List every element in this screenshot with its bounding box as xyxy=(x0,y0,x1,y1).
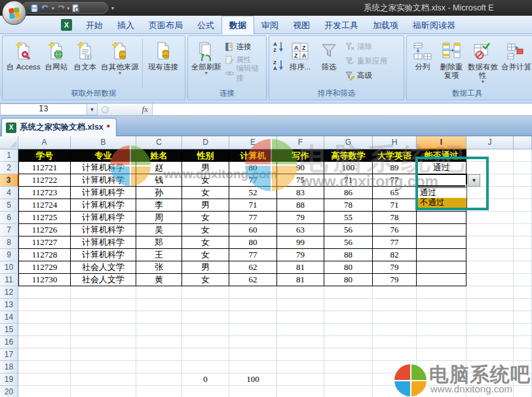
cell-E6[interactable]: 77 xyxy=(229,212,277,224)
cell-A3[interactable]: 112722 xyxy=(18,174,71,187)
cell-F1[interactable]: 写作 xyxy=(277,149,324,162)
row-header-1[interactable]: 1 xyxy=(0,149,18,162)
cell-A13[interactable] xyxy=(18,299,71,311)
from-text-button[interactable]: 自文本 xyxy=(71,37,100,71)
cell-D2[interactable]: 男 xyxy=(182,162,229,174)
cell-J8[interactable] xyxy=(466,236,514,249)
cell-B2[interactable]: 计算机科学 xyxy=(71,162,136,174)
cell-B8[interactable]: 计算机科学 xyxy=(71,236,136,249)
cell-G15[interactable] xyxy=(324,324,373,336)
cell-G19[interactable] xyxy=(324,373,373,386)
cell-H17[interactable] xyxy=(373,349,417,361)
cell-F13[interactable] xyxy=(277,299,324,311)
cell-C16[interactable] xyxy=(136,336,182,349)
cell-F10[interactable]: 81 xyxy=(277,261,324,274)
tab-公式[interactable]: 公式 xyxy=(190,16,221,34)
cell-H18[interactable] xyxy=(373,361,417,373)
cell-H5[interactable]: 71 xyxy=(373,199,417,212)
cell-H12[interactable] xyxy=(373,286,417,299)
cell-A9[interactable]: 112728 xyxy=(18,249,71,261)
cell-E5[interactable]: 71 xyxy=(229,199,277,212)
column-header-H[interactable]: H xyxy=(373,136,417,149)
cell-A19[interactable] xyxy=(18,373,71,386)
cell-I7[interactable] xyxy=(417,224,466,236)
cell-D5[interactable]: 男 xyxy=(182,199,229,212)
cell-E3[interactable]: 77 xyxy=(229,174,277,187)
cell-J20[interactable] xyxy=(466,386,514,397)
cell-H9[interactable]: 82 xyxy=(373,249,417,261)
cell-I19[interactable] xyxy=(417,373,466,386)
cell-D16[interactable] xyxy=(182,336,229,349)
data-validation-button[interactable]: 数据有效性 ▼ xyxy=(467,37,499,84)
cell-I8[interactable] xyxy=(417,236,466,249)
cell-J18[interactable] xyxy=(466,361,514,373)
column-header-B[interactable]: B xyxy=(71,136,136,149)
cell-G8[interactable]: 56 xyxy=(324,236,373,249)
cell-F19[interactable] xyxy=(277,373,324,386)
sort-button[interactable]: AZZA 排序... xyxy=(285,37,315,71)
cell-A16[interactable] xyxy=(18,336,71,349)
cell-E12[interactable] xyxy=(229,286,277,299)
cell-D12[interactable] xyxy=(182,286,229,299)
cell-H14[interactable] xyxy=(373,311,417,324)
column-header-A[interactable]: A xyxy=(18,136,71,149)
cell-F20[interactable] xyxy=(277,386,324,397)
cell-A12[interactable] xyxy=(18,286,71,299)
cell-I14[interactable] xyxy=(417,311,466,324)
cell-C8[interactable]: 郑 xyxy=(136,236,182,249)
cell-B19[interactable] xyxy=(71,373,136,386)
cell-H10[interactable]: 79 xyxy=(373,261,417,274)
cell-E16[interactable] xyxy=(229,336,277,349)
row-header-10[interactable]: 10 xyxy=(0,261,18,274)
cell-B10[interactable]: 社会人文学 xyxy=(71,261,136,274)
cell-K5[interactable] xyxy=(514,199,532,212)
row-header-19[interactable]: 19 xyxy=(0,373,18,386)
column-header-D[interactable]: D xyxy=(182,136,229,149)
cell-D9[interactable]: 女 xyxy=(182,249,229,261)
cell-K4[interactable] xyxy=(514,187,532,199)
cell-A18[interactable] xyxy=(18,361,71,373)
row-header-14[interactable]: 14 xyxy=(0,311,18,324)
cell-K3[interactable] xyxy=(514,174,532,187)
cell-G1[interactable]: 高等数学 xyxy=(324,149,373,162)
cell-H19[interactable] xyxy=(373,373,417,386)
cell-C18[interactable] xyxy=(136,361,182,373)
remove-duplicates-button[interactable]: 删除重复项 xyxy=(436,37,467,80)
cell-B5[interactable]: 计算机科学 xyxy=(71,199,136,212)
cell-I6[interactable] xyxy=(417,212,466,224)
cell-G13[interactable] xyxy=(324,299,373,311)
cell-H2[interactable]: 89 xyxy=(373,162,417,174)
cell-D1[interactable]: 性别 xyxy=(182,149,229,162)
cell-F16[interactable] xyxy=(277,336,324,349)
cell-C7[interactable]: 吴 xyxy=(136,224,182,236)
cell-I15[interactable] xyxy=(417,324,466,336)
cell-E15[interactable] xyxy=(229,324,277,336)
cell-A1[interactable]: 学号 xyxy=(18,149,71,162)
column-header-C[interactable]: C xyxy=(136,136,182,149)
cell-K10[interactable] xyxy=(514,261,532,274)
undo-caret-icon[interactable]: ▾ xyxy=(52,6,54,10)
cell-A2[interactable]: 112721 xyxy=(18,162,71,174)
print-preview-button[interactable] xyxy=(71,4,80,12)
formula-input[interactable] xyxy=(153,104,532,115)
tab-页面布局[interactable]: 页面布局 xyxy=(142,16,190,34)
undo-button[interactable] xyxy=(41,4,50,12)
cell-G14[interactable] xyxy=(324,311,373,324)
cell-E19[interactable]: 100 xyxy=(229,373,277,386)
cell-E20[interactable] xyxy=(229,386,277,397)
cell-I13[interactable] xyxy=(417,299,466,311)
row-header-8[interactable]: 8 xyxy=(0,236,18,249)
cell-K2[interactable] xyxy=(514,162,532,174)
tab-插入[interactable]: 插入 xyxy=(110,16,142,34)
tab-开发工具[interactable]: 开发工具 xyxy=(317,16,366,34)
cell-J17[interactable] xyxy=(466,349,514,361)
cell-K14[interactable] xyxy=(514,311,532,324)
cell-F8[interactable]: 99 xyxy=(277,236,324,249)
cell-E13[interactable] xyxy=(229,299,277,311)
row-header-6[interactable]: 6 xyxy=(0,212,18,224)
cell-E10[interactable]: 62 xyxy=(229,261,277,274)
cell-K16[interactable] xyxy=(514,336,532,349)
cell-B16[interactable] xyxy=(71,336,136,349)
row-header-20[interactable]: 20 xyxy=(0,386,18,397)
row-header-12[interactable]: 12 xyxy=(0,286,18,299)
